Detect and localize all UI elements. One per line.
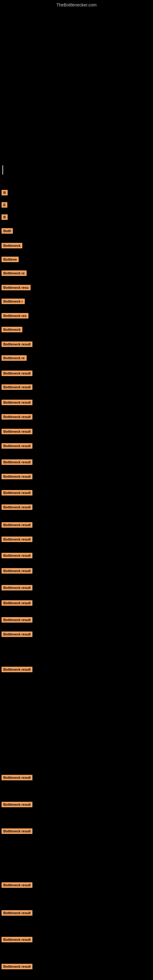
bottleneck-label-item: Bottleneck result — [2, 414, 32, 420]
bottleneck-label-item: Bottlene — [2, 257, 19, 262]
bottleneck-label-item: Bottleneck re — [2, 355, 27, 361]
site-title: TheBottlenecker.com — [0, 0, 153, 9]
bottleneck-label-item: Bottleneck result — [2, 504, 32, 510]
bottleneck-label-item: Bottl — [2, 228, 13, 234]
bottleneck-label-item: Bottleneck result — [2, 553, 32, 558]
bottleneck-label-item: Bottleneck r — [2, 299, 25, 304]
bottleneck-label-item: Bottleneck result — [2, 617, 32, 623]
bottleneck-label-item: Bottleneck result — [2, 342, 32, 347]
bottleneck-label-item: Bottleneck result — [2, 384, 32, 390]
bottleneck-label-item: Bottleneck re — [2, 270, 27, 276]
bottleneck-label-item: Bottleneck result — [2, 964, 32, 969]
bottleneck-label-item: Bottleneck result — [2, 802, 32, 807]
main-chart-area — [0, 9, 153, 168]
bottleneck-label-item: Bottleneck result — [2, 775, 32, 780]
bottleneck-label-item: Bottleneck res — [2, 313, 29, 318]
bottleneck-label-item: Bottleneck — [2, 243, 22, 248]
bottleneck-label-item: Bottleneck result — [2, 937, 32, 942]
bottleneck-label-item: Bottleneck result — [2, 536, 32, 542]
bottleneck-label-item: Bottleneck result — [2, 882, 32, 888]
bottleneck-label-item: Bottleneck resu — [2, 285, 30, 290]
cursor-indicator — [2, 165, 3, 175]
bottleneck-label-item: Bottleneck result — [2, 522, 32, 528]
bottleneck-label-item: B — [2, 190, 8, 196]
bottleneck-label-item: Bottleneck result — [2, 600, 32, 606]
bottleneck-label-item: Bottleneck result — [2, 371, 32, 376]
bottleneck-label-item: Bottleneck result — [2, 460, 32, 465]
bottleneck-label-item: Bottleneck result — [2, 400, 32, 405]
bottleneck-label-item: Bottleneck result — [2, 490, 32, 495]
site-title-bar: TheBottlenecker.com — [0, 0, 153, 9]
bottleneck-label-item: Bottleneck — [2, 327, 22, 332]
bottleneck-label-item: Bottleneck result — [2, 910, 32, 916]
bottleneck-label-item: Bottleneck result — [2, 585, 32, 590]
bottleneck-label-item: Bottleneck result — [2, 829, 32, 834]
bottleneck-label-item: E — [2, 202, 7, 208]
bottleneck-label-item: Bottleneck result — [2, 474, 32, 479]
bottleneck-label-item: Bottleneck result — [2, 632, 32, 637]
bottleneck-label-item: Bottleneck result — [2, 568, 32, 574]
bottleneck-label-item: Bottleneck result — [2, 429, 32, 434]
bottleneck-label-item: B — [2, 215, 8, 220]
bottleneck-label-item: Bottleneck result — [2, 443, 32, 449]
bottleneck-label-item: Bottleneck result — [2, 667, 32, 672]
